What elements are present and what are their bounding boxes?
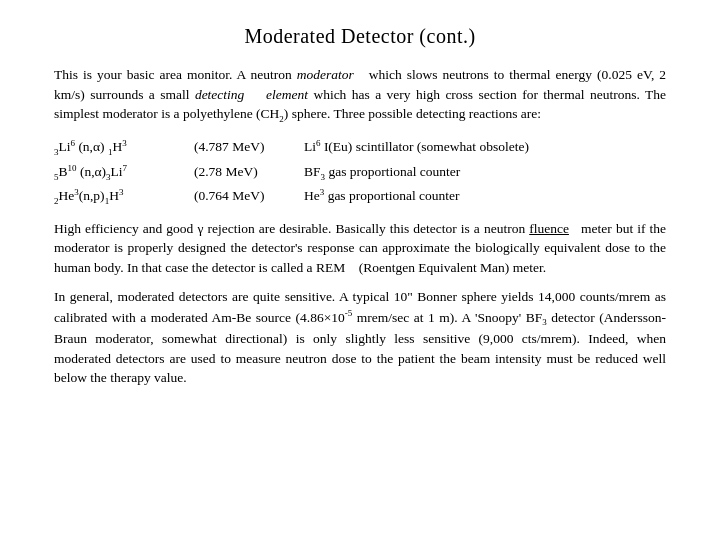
- page-title: Moderated Detector (cont.): [54, 22, 666, 51]
- reaction-3-formula: 2He3(n,p)1H3: [54, 188, 123, 203]
- reaction-2-formula: 5B10 (n,α)3Li7: [54, 164, 127, 179]
- reactions-table: 3Li6 (n,α) 1H3 (4.787 MeV) Li6 I(Eu) sci…: [54, 136, 666, 209]
- reaction-1-energy: (4.787 MeV): [194, 139, 265, 154]
- reaction-3-energy: (0.764 MeV): [194, 188, 265, 203]
- intro-paragraph: This is your basic area monitor. A neutr…: [54, 65, 666, 126]
- reaction-1-desc: Li6 I(Eu) scintillator (somewhat obsolet…: [304, 139, 529, 154]
- efficiency-paragraph: High efficiency and good γ rejection are…: [54, 219, 666, 278]
- reaction-2-energy: (2.78 MeV): [194, 164, 258, 179]
- table-row: 2He3(n,p)1H3 (0.764 MeV) He3 gas proport…: [54, 184, 666, 208]
- reaction-2-desc: BF3 gas proportional counter: [304, 164, 460, 179]
- reaction-1-formula: 3Li6 (n,α) 1H3: [54, 139, 127, 154]
- table-row: 5B10 (n,α)3Li7 (2.78 MeV) BF3 gas propor…: [54, 160, 666, 184]
- general-paragraph: In general, moderated detectors are quit…: [54, 287, 666, 387]
- table-row: 3Li6 (n,α) 1H3 (4.787 MeV) Li6 I(Eu) sci…: [54, 136, 666, 160]
- reaction-3-desc: He3 gas proportional counter: [304, 188, 460, 203]
